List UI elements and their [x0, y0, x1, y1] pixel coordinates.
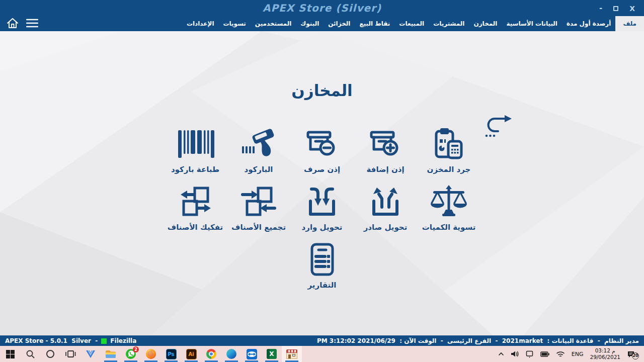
- page-title: المخازن: [0, 81, 644, 100]
- tile-split-items[interactable]: تفكيك الأصناف: [171, 184, 219, 232]
- tile-stock-inventory[interactable]: جرد المخزن: [425, 126, 473, 174]
- menu-item-purchases[interactable]: المشتريات: [429, 16, 469, 31]
- menu-item-settlements[interactable]: تسويات: [219, 16, 251, 31]
- tile-row-3: التقارير: [298, 241, 346, 290]
- tile-outgoing-transfer[interactable]: تحويل صادر: [361, 184, 410, 232]
- menu-item-settings[interactable]: الإعدادات: [182, 16, 219, 31]
- task-view-icon: [65, 350, 76, 358]
- task-view-button[interactable]: [60, 346, 80, 362]
- status-left: APEX Store - 5.0.1 Silver - Filezilla: [5, 337, 136, 344]
- menu-item-users[interactable]: المستخدمين: [251, 16, 296, 31]
- tile-incoming-transfer[interactable]: تحويل وارد: [298, 184, 346, 232]
- header-nav: [6, 17, 38, 31]
- language-indicator[interactable]: ENG: [572, 351, 584, 357]
- status-info: مدير النظام - قاعدة البيانات : 2021marke…: [317, 337, 639, 344]
- system-tray: ENG 03:12 م 29/06/2021 20: [498, 347, 644, 360]
- tile-addition-permit[interactable]: إذن إضافة: [361, 126, 410, 174]
- cortana-button[interactable]: [40, 346, 60, 362]
- menu-item-file[interactable]: ملف: [615, 16, 644, 31]
- hamburger-menu-icon[interactable]: [26, 19, 38, 30]
- teamviewer-button[interactable]: [242, 346, 262, 362]
- storefront-icon: [286, 349, 297, 359]
- wifi-icon: [556, 351, 565, 357]
- tile-label: تحويل صادر: [364, 223, 408, 232]
- windows-logo-icon: [6, 350, 15, 358]
- whatsapp-button[interactable]: 2: [121, 346, 141, 362]
- close-button[interactable]: X: [629, 5, 635, 12]
- maximize-button[interactable]: [613, 6, 618, 11]
- windows-taskbar: 2 Ps Ai: [0, 346, 644, 362]
- illustrator-icon: Ai: [186, 349, 197, 359]
- tile-label: إذن إضافة: [366, 165, 404, 174]
- battery-icon: [540, 351, 549, 357]
- tile-label: تحويل وارد: [302, 223, 343, 232]
- tile-label: إذن صرف: [304, 165, 340, 174]
- file-explorer-button[interactable]: [101, 346, 121, 362]
- clock[interactable]: 03:12 م 29/06/2021: [590, 347, 620, 360]
- tile-reports[interactable]: التقارير: [298, 241, 346, 290]
- photoshop-icon: Ps: [166, 349, 177, 359]
- transfer-in-icon: [303, 184, 341, 222]
- tile-label: الباركود: [245, 165, 273, 174]
- menu-item-basic-data[interactable]: البيانات الأساسية: [502, 16, 562, 31]
- cortana-icon: [46, 349, 55, 358]
- main-menu: ملف أرصدة أول مدة البيانات الأساسية المخ…: [182, 16, 644, 31]
- reports-icon: [303, 241, 341, 280]
- notification-count-badge: 20: [632, 352, 639, 359]
- menu-item-opening-balances[interactable]: أرصدة أول مدة: [562, 16, 615, 31]
- filezilla-label: Filezilla: [110, 337, 136, 344]
- clipboard-calculator-icon: [430, 126, 468, 164]
- chrome-icon: [206, 349, 216, 359]
- start-button[interactable]: [0, 346, 20, 362]
- tile-dispense-permit[interactable]: إذن صرف: [298, 126, 346, 174]
- tile-merge-items[interactable]: تجميع الأصناف: [234, 184, 283, 232]
- speaker-icon: [511, 350, 519, 357]
- firefox-button[interactable]: [141, 346, 161, 362]
- menu-item-pos[interactable]: نقاط البيع: [355, 16, 394, 31]
- volume-button[interactable]: [511, 350, 519, 357]
- home-icon[interactable]: [6, 17, 19, 31]
- excel-icon: X: [267, 349, 277, 359]
- transfer-out-icon: [366, 184, 405, 222]
- barcode-scanner-icon: [239, 126, 278, 164]
- search-icon: [26, 349, 35, 358]
- teamviewer-icon: [247, 349, 257, 359]
- illustrator-button[interactable]: Ai: [181, 346, 201, 362]
- photoshop-button[interactable]: Ps: [161, 346, 181, 362]
- excel-button[interactable]: X: [262, 346, 282, 362]
- clock-meridiem: م: [612, 347, 615, 353]
- wifi-button[interactable]: [556, 351, 565, 357]
- battery-button[interactable]: [540, 351, 549, 357]
- menu-item-banks[interactable]: البنوك: [296, 16, 324, 31]
- box-minus-icon: [303, 126, 341, 164]
- filezilla-icon: [101, 338, 107, 344]
- tile-label: جرد المخزن: [427, 165, 471, 174]
- edge-button[interactable]: [221, 346, 242, 362]
- barcode-icon: [175, 126, 215, 164]
- clock-time: 03:12: [595, 347, 610, 353]
- tile-print-barcode[interactable]: طباعة باركود: [171, 126, 219, 174]
- taskbar-search-button[interactable]: [20, 346, 40, 362]
- minimize-button[interactable]: -: [599, 5, 602, 12]
- title-bar: APEX Store (Silver) - X ملف أرصدة أول مد…: [0, 0, 644, 31]
- split-items-icon: [176, 184, 214, 222]
- tile-quantity-settlement[interactable]: تسوية الكميات: [425, 184, 473, 232]
- file-explorer-icon: [105, 349, 116, 358]
- action-center-button[interactable]: 20: [627, 350, 635, 358]
- apex-store-window: APEX Store (Silver) - X ملف أرصدة أول مد…: [0, 0, 644, 362]
- menu-item-warehouses[interactable]: المخازن: [469, 16, 502, 31]
- window-title: APEX Store (Silver): [0, 2, 644, 14]
- whatsapp-badge: 2: [133, 346, 139, 352]
- menu-item-safes[interactable]: الخزائن: [324, 16, 355, 31]
- chevron-up-icon: [498, 352, 504, 356]
- tablet-mode-button[interactable]: [526, 350, 534, 358]
- tile-barcode-scanner[interactable]: الباركود: [234, 126, 283, 174]
- apex-store-app-button[interactable]: [282, 346, 302, 362]
- show-hidden-icons-button[interactable]: [498, 352, 504, 356]
- chrome-button[interactable]: [201, 346, 221, 362]
- menu-item-sales[interactable]: المبيعات: [394, 16, 429, 31]
- v-app-button[interactable]: [80, 346, 101, 362]
- tile-row-1: جرد المخزن إذن إضافة: [171, 126, 473, 174]
- app-version-text: APEX Store - 5.0.1 Silver -: [5, 337, 98, 344]
- firefox-icon: [145, 348, 156, 359]
